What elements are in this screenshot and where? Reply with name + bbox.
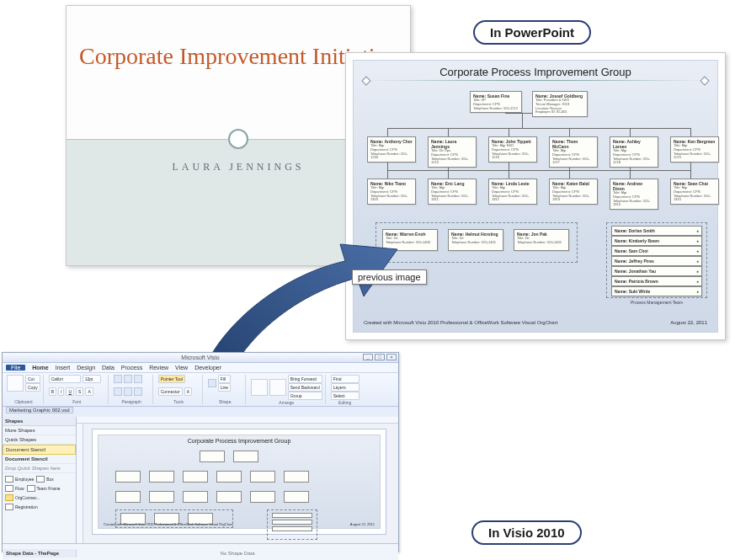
align-left-icon[interactable] [114, 375, 122, 383]
line-button[interactable]: Line [218, 383, 231, 392]
pointer-tool-button[interactable]: Pointer Tool [158, 375, 185, 383]
strike-button[interactable]: S [76, 387, 83, 396]
stencil-label: Flow [15, 486, 24, 491]
minimize-icon[interactable]: _ [363, 354, 373, 360]
cut-button[interactable]: Cut [25, 375, 40, 383]
stencil-item[interactable]: Registration [5, 504, 38, 510]
stencil-label: Box [46, 477, 54, 482]
align-right-icon[interactable] [134, 375, 142, 383]
ribbon-clipboard: Cut Copy Clipboard [4, 375, 44, 404]
shape-style-icon[interactable] [208, 379, 216, 387]
visio-date: August 22, 2011 [350, 522, 375, 526]
maximize-icon[interactable]: □ [375, 354, 385, 360]
org-team-item: Name: Jeffrey Pires ● [611, 256, 702, 266]
stencil-label: Registration [15, 504, 38, 509]
pptx-org-slide: Corporate Process Improvement Group Name… [345, 52, 726, 340]
position-button[interactable] [269, 379, 286, 396]
close-icon[interactable]: × [386, 354, 397, 360]
fill-button[interactable]: Fill [218, 375, 231, 383]
ribbon-editing: Find Layers Select Editing [328, 375, 362, 404]
outdent-icon[interactable] [134, 387, 142, 396]
stencil-item[interactable]: OrgConnec... [5, 494, 40, 501]
org-box: Name: Thom McCannTitle: MgrDepartment: C… [549, 136, 598, 168]
tab-home[interactable]: Home [32, 365, 48, 371]
visio-ribbon-tabs: File Home Insert Design Data Process Rev… [3, 363, 398, 373]
tab-insert[interactable]: Insert [56, 365, 71, 371]
document-stencil-row[interactable]: Document Stencil [3, 445, 76, 455]
tab-review[interactable]: Review [149, 365, 168, 371]
document-stencil-header: Document Stencil [3, 455, 76, 464]
font-size-select[interactable]: 12pt [83, 375, 101, 383]
org-line: Telephone Number: 555-1212 [473, 107, 519, 111]
org-divider-icon [365, 80, 706, 81]
copy-button[interactable]: Copy [25, 383, 40, 392]
org-box: Name: Eric LangTitle: MgrDepartment: CPG… [428, 179, 477, 205]
more-shapes-row[interactable]: More Shapes [3, 426, 76, 435]
org-box: Name: Sean ChaiTitle: MgrDepartment: CPG… [670, 179, 719, 205]
paste-button[interactable] [7, 375, 24, 392]
org-team-item: Name: Dorlan Smith ● [611, 226, 702, 236]
shape-data-pane: Shape Data - ThePage No Shape Data [3, 543, 398, 560]
stencil-item[interactable]: Box [36, 476, 54, 483]
stencil-item[interactable]: Team Frame [27, 485, 61, 492]
org-box: Name: Helmut HorstingTitle: DirTelephone… [448, 229, 503, 251]
tab-data[interactable]: Data [102, 365, 115, 371]
bold-button[interactable]: B [49, 387, 56, 396]
visio-window: Microsoft Visio _ □ × File Home Insert D… [2, 352, 399, 552]
bullets-icon[interactable] [114, 387, 122, 396]
ribbon-label: Arrange [251, 400, 322, 405]
org-team-item: Name: Suki White ● [611, 286, 702, 296]
connector-button[interactable]: Connector [158, 387, 183, 396]
tab-process[interactable]: Process [121, 365, 142, 371]
text-tool-button[interactable]: A [184, 387, 192, 396]
stencil-item[interactable]: Employee [5, 476, 34, 483]
org-box: Name: Jossef Goldberg Title: President &… [532, 91, 588, 117]
ribbon-label: Font [49, 399, 105, 404]
indent-icon[interactable] [124, 387, 132, 396]
font-color-button[interactable]: A [85, 387, 93, 396]
auto-align-button[interactable] [251, 379, 268, 396]
send-backward-button[interactable]: Send Backward [288, 383, 322, 392]
shape-data-header: Shape Data - ThePage [3, 549, 77, 557]
stencil-label: Employee [15, 477, 34, 482]
ribbon-font: Calibri 12pt B I U S A Font [46, 375, 109, 404]
org-box: Name: John TippettTitle: Mgr R&DDepartme… [488, 136, 537, 163]
align-center-icon[interactable] [124, 375, 132, 383]
org-team-item: Name: Kimberly Bown ● [611, 236, 702, 246]
visio-body: Shapes More Shapes Quick Shapes Document… [3, 417, 398, 543]
find-button[interactable]: Find [331, 375, 360, 383]
italic-button[interactable]: I [58, 387, 64, 396]
tab-view[interactable]: View [175, 365, 188, 371]
org-box: Name: Susan Fine Title: VP Department: C… [470, 91, 522, 113]
org-box: Name: Niko TianoTitle: MgrDepartment: CP… [367, 179, 416, 205]
tab-developer[interactable]: Developer [194, 365, 221, 371]
quick-shapes-row[interactable]: Quick Shapes [3, 435, 76, 445]
visio-page[interactable]: Corporate Process Improvement Group [92, 429, 386, 535]
label-in-visio: In Visio 2010 [471, 520, 582, 545]
org-line: Employee ID: 05-001 [535, 110, 584, 115]
stencil-label: OrgConnec... [15, 495, 40, 500]
visio-org-canvas: Corporate Process Improvement Group [98, 435, 381, 529]
org-team-item: Name: Jonathan Yau ● [611, 266, 702, 276]
tab-design[interactable]: Design [77, 365, 95, 371]
tab-file[interactable]: File [6, 365, 25, 371]
stencil-item[interactable]: Flow [5, 485, 24, 492]
underline-button[interactable]: U [66, 387, 74, 396]
bring-forward-button[interactable]: Bring Forward [288, 375, 322, 383]
layers-button[interactable]: Layers [331, 383, 360, 392]
org-box: Name: Ashley LarsenTitle: MgrDepartment:… [610, 136, 658, 168]
ribbon-arrange: Bring Forward Send Backward Group Arrang… [248, 375, 326, 404]
visio-org-title: Corporate Process Improvement Group [99, 435, 380, 446]
stencil-label: Team Frame [37, 486, 61, 491]
drop-hint: Drop Quick Shapes here [3, 464, 76, 473]
select-button[interactable]: Select [331, 392, 360, 400]
visio-doc-tab[interactable]: Marketing Graphic 002.vsd [6, 407, 73, 413]
visio-canvas[interactable]: Corporate Process Improvement Group [77, 417, 398, 543]
font-family-select[interactable]: Calibri [49, 375, 81, 383]
ruler-horizontal [77, 417, 398, 424]
team-group-label: Process Management Team [606, 300, 707, 305]
org-box: Name: Jon PakTitle: DirTelephone Number:… [514, 229, 569, 251]
group-button[interactable]: Group [288, 392, 322, 400]
stencil-area: Employee Box Flow Team Frame OrgConnec..… [3, 473, 76, 543]
org-team-item: Name: Patricia Brown ● [611, 276, 702, 286]
